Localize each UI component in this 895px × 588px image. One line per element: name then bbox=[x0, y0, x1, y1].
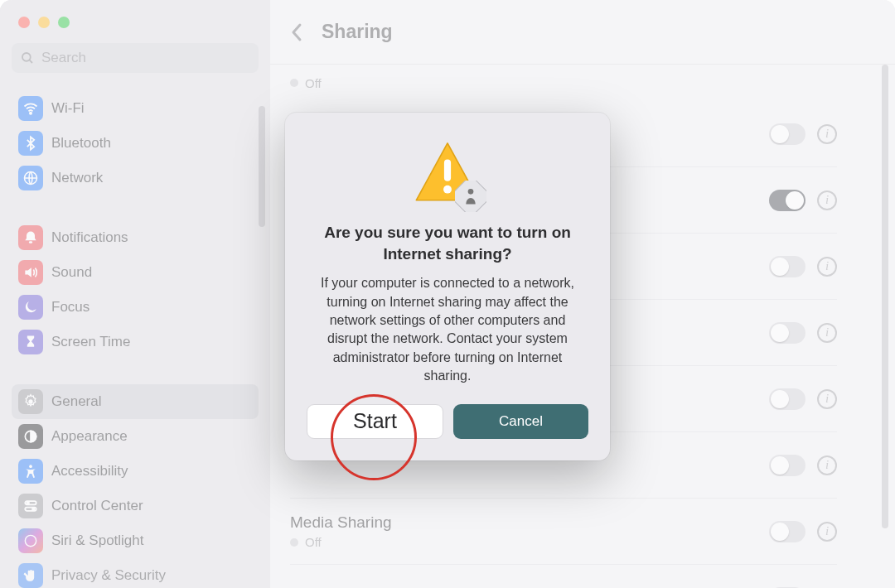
confirm-dialog: Are you sure you want to turn on Interne… bbox=[285, 113, 610, 460]
sidebar-item-appearance[interactable]: Appearance bbox=[12, 419, 259, 454]
row4-info-button[interactable]: i bbox=[817, 323, 837, 343]
sidebar-item-control-center[interactable]: Control Center bbox=[12, 489, 259, 523]
dialog-title: Are you sure you want to turn on Interne… bbox=[315, 222, 580, 264]
media-status-dot bbox=[290, 538, 298, 547]
svg-point-0 bbox=[22, 53, 31, 61]
row6-info-button[interactable]: i bbox=[817, 455, 837, 475]
media-sharing-info-button[interactable]: i bbox=[817, 522, 837, 542]
sidebar-scrollbar[interactable] bbox=[259, 106, 265, 227]
label: Screen Time bbox=[51, 334, 130, 350]
minimize-window-button[interactable] bbox=[38, 17, 50, 28]
hourglass-icon bbox=[18, 330, 43, 354]
accessibility-icon bbox=[18, 459, 43, 484]
label: Bluetooth bbox=[51, 135, 111, 152]
row3-toggle[interactable] bbox=[769, 256, 806, 277]
appearance-icon bbox=[18, 424, 43, 449]
titlebar: Sharing bbox=[270, 0, 895, 65]
toprow-status: Off bbox=[290, 65, 837, 101]
label: Focus bbox=[51, 299, 90, 316]
row2-toggle[interactable] bbox=[769, 190, 806, 211]
row3-info-button[interactable]: i bbox=[817, 257, 837, 277]
media-sharing-toggle[interactable] bbox=[769, 521, 806, 542]
bluetooth-icon bbox=[18, 131, 43, 156]
content-scrollbar-track bbox=[878, 65, 892, 588]
row-media-sharing: Media Sharing Off i bbox=[290, 499, 837, 565]
sidebar-item-screen-time[interactable]: Screen Time bbox=[12, 325, 259, 359]
settings-window: Wi-Fi Bluetooth Network bbox=[0, 0, 895, 588]
svg-point-17 bbox=[468, 189, 474, 195]
siri-icon bbox=[18, 528, 43, 553]
warning-icon bbox=[414, 139, 481, 207]
label: Control Center bbox=[51, 498, 143, 514]
moon-icon bbox=[18, 295, 43, 320]
start-button[interactable]: Start bbox=[307, 404, 443, 439]
svg-point-5 bbox=[28, 399, 32, 403]
globe-icon bbox=[18, 166, 43, 190]
page-title: Sharing bbox=[322, 21, 393, 43]
sound-icon bbox=[18, 260, 43, 285]
media-sharing-label: Media Sharing bbox=[290, 513, 392, 532]
label: Sound bbox=[51, 264, 92, 281]
media-status-text: Off bbox=[305, 535, 322, 549]
gear-icon bbox=[18, 389, 43, 414]
printer-sharing-info-button[interactable]: i bbox=[817, 124, 837, 144]
label: Siri & Spotlight bbox=[51, 533, 144, 549]
window-controls bbox=[0, 0, 270, 43]
sidebar-item-notifications[interactable]: Notifications bbox=[12, 220, 259, 255]
wifi-icon bbox=[18, 96, 43, 121]
row2-info-button[interactable]: i bbox=[817, 190, 837, 210]
sidebar-item-privacy-security[interactable]: Privacy & Security bbox=[12, 558, 259, 588]
bell-icon bbox=[18, 225, 43, 250]
label: Wi-Fi bbox=[51, 100, 85, 117]
row5-toggle[interactable] bbox=[769, 388, 806, 410]
svg-point-12 bbox=[25, 535, 36, 546]
row5-info-button[interactable]: i bbox=[817, 389, 837, 409]
row4-toggle[interactable] bbox=[769, 322, 806, 344]
svg-point-2 bbox=[30, 113, 31, 114]
sidebar-item-wifi[interactable]: Wi-Fi bbox=[12, 91, 259, 126]
zoom-window-button[interactable] bbox=[58, 17, 70, 28]
sidebar: Wi-Fi Bluetooth Network bbox=[0, 0, 270, 588]
dialog-message: If your computer is connected to a netwo… bbox=[307, 274, 588, 385]
label: Accessibility bbox=[51, 463, 128, 480]
row6-toggle[interactable] bbox=[769, 455, 806, 476]
dialog-wrap: Are you sure you want to turn on Interne… bbox=[285, 113, 610, 460]
sidebar-item-sound[interactable]: Sound bbox=[12, 255, 259, 290]
status-text: Off bbox=[305, 76, 322, 90]
label: Notifications bbox=[51, 229, 128, 246]
svg-point-9 bbox=[27, 502, 29, 504]
sidebar-item-general[interactable]: General bbox=[12, 384, 259, 419]
printer-sharing-toggle[interactable] bbox=[769, 123, 806, 145]
svg-point-7 bbox=[29, 465, 32, 468]
sidebar-item-accessibility[interactable]: Accessibility bbox=[12, 454, 259, 489]
content-scrollbar[interactable] bbox=[882, 65, 888, 528]
svg-rect-4 bbox=[29, 241, 32, 243]
sharing-badge-icon bbox=[455, 181, 486, 212]
sidebar-list: Wi-Fi Bluetooth Network bbox=[0, 78, 270, 588]
back-button[interactable] bbox=[285, 20, 310, 45]
hand-icon bbox=[18, 563, 43, 588]
switches-icon bbox=[18, 494, 43, 518]
sidebar-item-focus[interactable]: Focus bbox=[12, 290, 259, 325]
svg-line-1 bbox=[29, 60, 32, 63]
search-input[interactable] bbox=[41, 50, 250, 66]
svg-point-11 bbox=[32, 508, 35, 510]
svg-rect-16 bbox=[455, 181, 486, 212]
chevron-left-icon bbox=[290, 22, 305, 43]
search-icon bbox=[20, 51, 35, 65]
sidebar-item-network[interactable]: Network bbox=[12, 161, 259, 195]
row-bluetooth-sharing: Bluetooth Sharing i bbox=[290, 565, 837, 588]
svg-rect-14 bbox=[444, 160, 451, 181]
svg-point-15 bbox=[443, 186, 452, 194]
close-window-button[interactable] bbox=[18, 17, 30, 28]
sidebar-item-bluetooth[interactable]: Bluetooth bbox=[12, 126, 259, 161]
status-dot bbox=[290, 79, 298, 87]
label: Privacy & Security bbox=[51, 567, 166, 584]
label: Appearance bbox=[51, 428, 128, 445]
sidebar-search[interactable] bbox=[12, 43, 259, 73]
label: General bbox=[51, 393, 101, 410]
cancel-button[interactable]: Cancel bbox=[453, 404, 588, 439]
sidebar-item-siri-spotlight[interactable]: Siri & Spotlight bbox=[12, 523, 259, 558]
label: Network bbox=[51, 170, 103, 186]
